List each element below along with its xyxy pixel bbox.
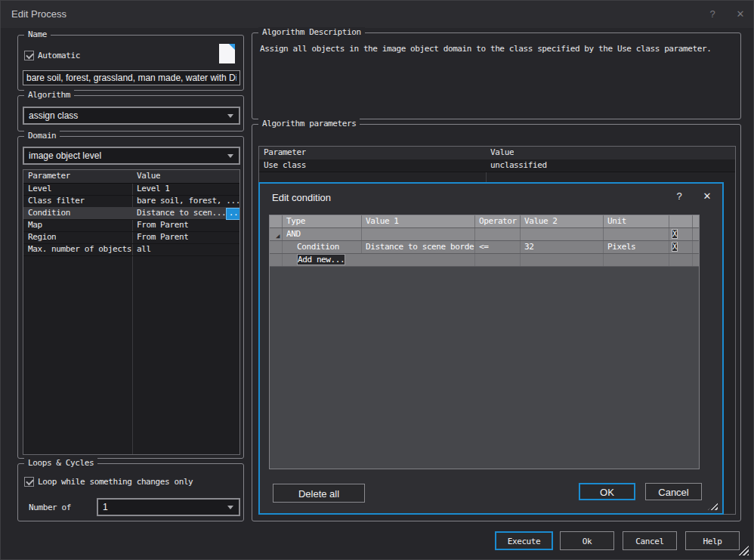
table-row[interactable]: Map From Parent (23, 219, 239, 232)
add-new-button[interactable]: Add new... (297, 254, 345, 265)
header-spacer (693, 215, 699, 227)
cancel-button[interactable]: Cancel (645, 483, 702, 500)
header-type: Type (283, 215, 362, 227)
check-icon (26, 478, 34, 486)
param-name: Level (28, 184, 51, 193)
header-value: Value (137, 171, 160, 181)
window-title: Edit Process (11, 8, 66, 20)
automatic-checkbox-label: Automatic (38, 51, 80, 60)
process-name-input[interactable] (23, 70, 240, 85)
header-parameter: Parameter (264, 147, 306, 157)
header-delete-column (669, 215, 693, 227)
delete-condition-button[interactable]: X (672, 242, 678, 252)
condition-value2-cell[interactable]: 32 (521, 241, 604, 253)
ok-button[interactable]: OK (579, 483, 635, 500)
help-icon[interactable]: ? (701, 6, 724, 23)
title-bar[interactable]: Edit Process ? ✕ (1, 1, 753, 28)
loop-checkbox-label: Loop while something changes only (38, 477, 193, 487)
edit-condition-ellipsis-button[interactable]: .. (226, 208, 240, 220)
param-value: bare soil, forest, ... (137, 196, 240, 206)
delete-all-button[interactable]: Delete all (273, 484, 365, 503)
loops-group-label: Loops & Cycles (24, 458, 97, 468)
condition-operator-cell[interactable]: <= (475, 241, 521, 253)
new-document-icon[interactable] (219, 44, 235, 63)
condition-unit-cell[interactable]: Pixels (604, 241, 669, 253)
name-group-label: Name (24, 29, 51, 39)
tree-expander-icon[interactable]: ◢ (276, 232, 280, 240)
condition-type-cell[interactable]: Condition (283, 241, 362, 253)
param-name: Map (28, 220, 42, 230)
delete-and-button[interactable]: X (672, 229, 678, 239)
dialog-help-icon[interactable]: ? (670, 190, 688, 202)
param-value: From Parent (137, 232, 188, 242)
loop-checkbox[interactable] (24, 477, 34, 487)
chevron-down-icon (227, 114, 233, 118)
button-label: Ok (561, 536, 613, 546)
param-name: Condition (28, 208, 70, 218)
algorithm-select[interactable]: assign class (23, 107, 240, 125)
footer-ok-button[interactable]: Ok (560, 531, 614, 550)
param-value: all (137, 244, 151, 254)
algorithm-group-label: Algorithm (24, 90, 74, 100)
chevron-down-icon (227, 506, 233, 509)
close-icon[interactable]: ✕ (729, 6, 752, 23)
header-operator: Operator (475, 215, 521, 227)
edit-condition-dialog: Edit condition ? ✕ Type Value 1 Operator… (258, 182, 724, 515)
table-header-row: Parameter Value (23, 170, 239, 184)
empty-cell (270, 254, 283, 266)
number-of-select[interactable]: 1 (97, 498, 240, 516)
param-value: Level 1 (137, 184, 170, 193)
table-row[interactable]: Level Level 1 (23, 183, 239, 196)
row-divider (270, 266, 699, 267)
help-button[interactable]: Help (685, 531, 740, 550)
button-label: Help (686, 536, 739, 546)
add-new-row: Add new... (270, 254, 699, 266)
table-header-row: Parameter Value (259, 147, 735, 160)
param-value: Distance to scen... (137, 208, 226, 218)
name-group: Name Automatic (17, 35, 244, 91)
automatic-checkbox[interactable] (24, 51, 34, 60)
params-group-label: Algorithm parameters (258, 119, 360, 128)
condition-value1-cell[interactable]: Distance to scene border (362, 241, 475, 253)
table-row[interactable]: Region From Parent (23, 231, 239, 244)
execute-button[interactable]: Execute (495, 531, 553, 550)
button-label: Execute (496, 536, 552, 546)
empty-cell (475, 254, 521, 266)
algorithm-group: Algorithm assign class (17, 95, 244, 131)
param-name: Use class (264, 160, 306, 170)
footer-cancel-button[interactable]: Cancel (623, 531, 677, 550)
empty-cell (475, 228, 521, 240)
param-value: unclassified (490, 160, 547, 170)
header-value1: Value 1 (362, 215, 475, 227)
table-row[interactable]: Max. number of objects all (23, 243, 239, 256)
empty-cell (270, 241, 283, 253)
button-label: Delete all (273, 487, 364, 499)
param-name: Region (28, 232, 56, 242)
edit-process-window: Edit Process ? ✕ Name Automatic Algorith… (0, 0, 754, 560)
condition-row[interactable]: Condition Distance to scene border <= 32… (270, 241, 699, 253)
button-label: Cancel (646, 486, 701, 497)
algorithm-selected-value: assign class (29, 110, 78, 121)
button-label: OK (580, 486, 634, 497)
param-name: Class filter (28, 196, 85, 206)
domain-parameter-table: Parameter Value Level Level 1 Class filt… (23, 169, 240, 455)
table-row-condition[interactable]: Condition Distance to scen... .. (23, 207, 239, 220)
empty-cell (521, 228, 604, 240)
dialog-close-icon[interactable]: ✕ (698, 190, 716, 202)
table-row[interactable]: Class filter bare soil, forest, ... (23, 195, 239, 208)
empty-cell (362, 228, 475, 240)
algorithm-description-text: Assign all objects in the image object d… (260, 44, 734, 54)
empty-cell (362, 254, 475, 266)
empty-cell (669, 254, 693, 266)
chevron-down-icon (227, 154, 233, 158)
description-group: Algorithm Description Assign all objects… (252, 32, 741, 119)
header-unit: Unit (604, 215, 669, 227)
dialog-resize-grip[interactable] (708, 502, 718, 510)
param-name: Max. number of objects (28, 244, 131, 254)
table-row[interactable]: Use class unclassified (259, 159, 735, 172)
and-row[interactable]: ◢ AND X (270, 228, 699, 240)
param-value: From Parent (137, 220, 188, 230)
and-type-cell[interactable]: AND (283, 228, 362, 240)
number-of-label: Number of (29, 503, 71, 512)
domain-select[interactable]: image object level (23, 147, 240, 165)
